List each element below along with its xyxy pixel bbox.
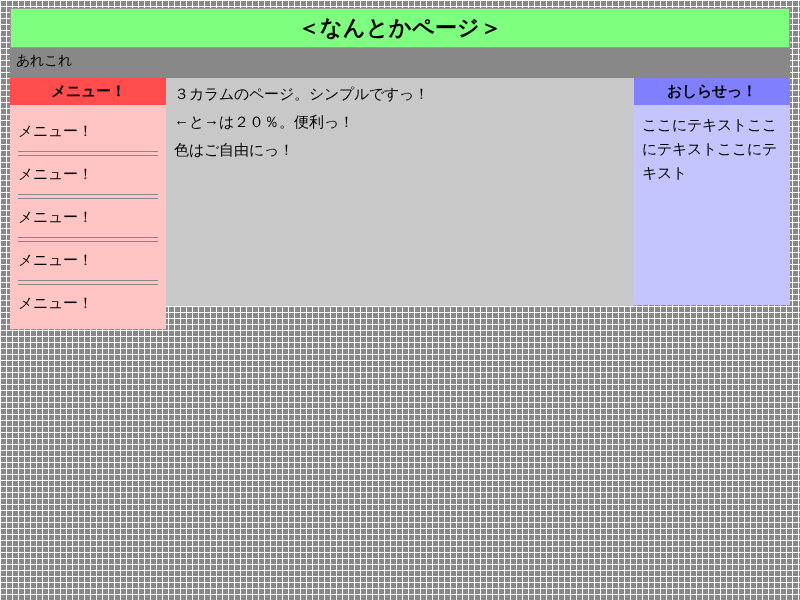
notice-body: ここにテキストここにテキストここにテキスト: [634, 105, 790, 305]
center-line: 色はご自由にっ！: [174, 138, 626, 162]
notice-heading: おしらせっ！: [634, 78, 790, 105]
page-title: ＜なんとかページ＞: [10, 8, 790, 48]
right-column: おしらせっ！ ここにテキストここにテキストここにテキスト: [634, 78, 790, 305]
left-column: メニュー！ メニュー！ メニュー！ メニュー！ メニュー！ メニュー！: [10, 78, 166, 329]
columns: メニュー！ メニュー！ メニュー！ メニュー！ メニュー！ メニュー！ ３カラム…: [10, 78, 790, 329]
menu-item[interactable]: メニュー！: [18, 274, 158, 317]
menu-item[interactable]: メニュー！: [18, 113, 158, 145]
menu-item[interactable]: メニュー！: [18, 231, 158, 274]
page-subtitle: あれこれ: [10, 48, 790, 78]
center-body: ３カラムのページ。シンプルですっ！ ←と→は２０％。便利っ！ 色はご自由にっ！: [166, 78, 634, 306]
menu-heading: メニュー！: [10, 78, 166, 105]
menu-item[interactable]: メニュー！: [18, 188, 158, 231]
center-line: ３カラムのページ。シンプルですっ！: [174, 82, 626, 106]
center-line: ←と→は２０％。便利っ！: [174, 110, 626, 134]
page: ＜なんとかページ＞ あれこれ メニュー！ メニュー！ メニュー！ メニュー！ メ…: [10, 0, 790, 329]
menu-list: メニュー！ メニュー！ メニュー！ メニュー！ メニュー！: [10, 105, 166, 329]
center-column: ３カラムのページ。シンプルですっ！ ←と→は２０％。便利っ！ 色はご自由にっ！: [166, 78, 634, 306]
menu-item[interactable]: メニュー！: [18, 145, 158, 188]
